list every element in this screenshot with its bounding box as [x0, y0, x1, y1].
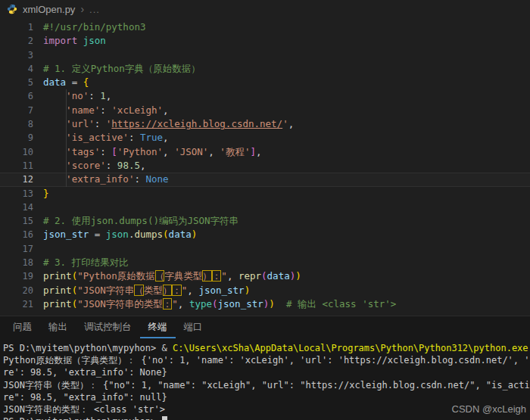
code-line[interactable]: 13} — [0, 187, 530, 201]
code-segment: 类型 — [144, 285, 163, 296]
line-number[interactable]: 13 — [0, 187, 33, 201]
code-segment — [43, 173, 66, 185]
code-segment: : — [100, 146, 111, 157]
code-segment: , — [163, 104, 169, 116]
code-text: 'score': 98.5, — [33, 159, 146, 173]
code-line[interactable]: 14 — [0, 201, 530, 214]
line-number[interactable]: 19 — [0, 269, 33, 283]
code-text — [33, 48, 43, 62]
code-segment: data — [169, 229, 192, 240]
code-segment: # 3. 打印结果对比 — [43, 257, 129, 268]
line-number[interactable]: 7 — [0, 104, 33, 117]
code-text: json_str = json.dumps(data) — [33, 228, 197, 241]
code-segment — [43, 118, 66, 129]
code-segment: （ — [134, 285, 144, 296]
code-line[interactable]: 12 'extra_info': None — [0, 173, 530, 186]
code-line[interactable]: 8 'url': 'https://xcleigh.blog.csdn.net/… — [0, 117, 530, 131]
chevron-right-icon: › — [80, 4, 84, 14]
line-number[interactable]: 14 — [0, 201, 33, 214]
terminal-line: Python原始数据（字典类型）： {'no': 1, 'name': 'xcL… — [3, 354, 530, 366]
code-line[interactable]: 4# 1. 定义Python字典（原始数据） — [0, 62, 530, 76]
code-segment: 'url' — [66, 118, 95, 129]
line-number[interactable]: 1 — [0, 20, 33, 34]
code-text: 'no': 1, — [33, 89, 111, 103]
line-number[interactable]: 16 — [0, 228, 33, 241]
panel-tab-output[interactable]: 输出 — [40, 316, 76, 338]
indent-guide — [66, 104, 67, 117]
terminal-text: JSON字符串的类型： <class 'str'> — [3, 404, 165, 415]
code-text: print("JSON字符串（类型）：", json_str) — [33, 284, 250, 297]
terminal-output[interactable]: CSDN @xcLeigh PS D:\myitem\python\mypyho… — [0, 338, 530, 420]
code-segment: , — [208, 146, 220, 157]
code-line[interactable]: 17 — [0, 242, 530, 256]
code-text: 'extra_info': None — [33, 173, 169, 186]
code-segment: "JSON字符串的类型 — [77, 298, 163, 310]
code-segment: 1 — [100, 90, 106, 101]
code-segment: : — [129, 132, 140, 143]
terminal-text: PS D:\myitem\python\mypyhon> — [3, 416, 162, 420]
line-number[interactable]: 21 — [0, 297, 33, 311]
code-line[interactable]: 2import json — [0, 34, 530, 48]
code-segment: 'name' — [66, 104, 100, 116]
code-segment: = — [89, 229, 106, 240]
line-number[interactable]: 15 — [0, 214, 33, 228]
code-segment: ( — [212, 298, 218, 310]
code-line[interactable]: 10 'tags': ['Python', 'JSON', '教程'], — [0, 145, 530, 159]
code-text: #!/usr/bin/python3 — [33, 20, 145, 34]
code-line[interactable]: 18# 3. 打印结果对比 — [0, 256, 530, 269]
panel-tab-problems[interactable]: 问题 — [5, 316, 40, 338]
code-line[interactable]: 9 'is_active': True, — [0, 131, 530, 145]
line-number[interactable]: 2 — [0, 34, 33, 48]
line-number[interactable]: 3 — [0, 48, 33, 62]
panel-tab-debug-console[interactable]: 调试控制台 — [76, 316, 140, 338]
terminal-line: PS D:\myitem\python\mypyhon> — [3, 415, 530, 420]
code-segment: # 输出 <class 'str'> — [286, 298, 396, 310]
code-segment: 'Python' — [117, 146, 163, 157]
code-segment: repr — [238, 270, 261, 282]
code-line[interactable]: 7 'name': 'xcLeigh', — [0, 104, 530, 117]
code-line[interactable]: 16json_str = json.dumps(data) — [0, 228, 530, 241]
breadcrumb-file[interactable]: xmlOpen.py — [23, 4, 75, 15]
code-line[interactable]: 3 — [0, 48, 530, 62]
line-number[interactable]: 4 — [0, 62, 33, 76]
line-number[interactable]: 11 — [0, 159, 33, 173]
code-line[interactable]: 5data = { — [0, 76, 530, 89]
code-segment: # 2. 使用json.dumps()编码为JSON字符串 — [43, 215, 238, 226]
code-line[interactable]: 19print("Python原始数据（字典类型）：", repr(data)) — [0, 269, 530, 283]
code-text: import json — [33, 34, 106, 48]
code-line[interactable]: 20print("JSON字符串（类型）：", json_str) — [0, 284, 530, 297]
code-line[interactable]: 11 'score': 98.5, — [0, 159, 530, 173]
line-number[interactable]: 10 — [0, 145, 33, 159]
code-editor[interactable]: 1#!/usr/bin/python32import json34# 1. 定义… — [0, 18, 530, 316]
code-segment: } — [43, 188, 49, 199]
code-segment: , — [256, 146, 262, 157]
breadcrumb-symbol-picker[interactable]: ... — [89, 4, 100, 15]
code-segment: "Python原始数据 — [77, 270, 155, 282]
indent-guide — [66, 145, 67, 159]
panel-tab-terminal[interactable]: 终端 — [140, 316, 176, 338]
code-line[interactable]: 21print("JSON字符串的类型：", type(json_str)) #… — [0, 297, 530, 311]
line-number[interactable]: 18 — [0, 256, 33, 269]
code-segment — [43, 90, 66, 101]
code-line[interactable]: 1#!/usr/bin/python3 — [0, 20, 530, 34]
line-number[interactable]: 20 — [0, 284, 33, 297]
code-segment: , — [106, 90, 112, 101]
code-segment: data — [267, 270, 290, 282]
line-number[interactable]: 9 — [0, 131, 33, 145]
line-number[interactable]: 6 — [0, 89, 33, 103]
code-segment: #!/usr/bin/python3 — [43, 21, 145, 33]
line-number[interactable]: 12 — [0, 173, 33, 186]
code-segment: : — [100, 104, 111, 116]
code-segment: , — [163, 146, 174, 157]
line-number[interactable]: 8 — [0, 117, 33, 131]
code-segment: = — [66, 76, 83, 88]
line-number[interactable]: 17 — [0, 242, 33, 256]
code-line[interactable]: 6 'no': 1, — [0, 89, 530, 103]
code-segment: ) — [245, 285, 251, 296]
panel-tab-bar: 问题输出调试控制台终端端口 — [0, 316, 530, 338]
code-line[interactable]: 15# 2. 使用json.dumps()编码为JSON字符串 — [0, 214, 530, 228]
line-number[interactable]: 5 — [0, 76, 33, 89]
code-segment: : — [106, 160, 117, 171]
code-segment: 'extra_info' — [66, 173, 134, 185]
panel-tab-ports[interactable]: 端口 — [176, 316, 211, 338]
